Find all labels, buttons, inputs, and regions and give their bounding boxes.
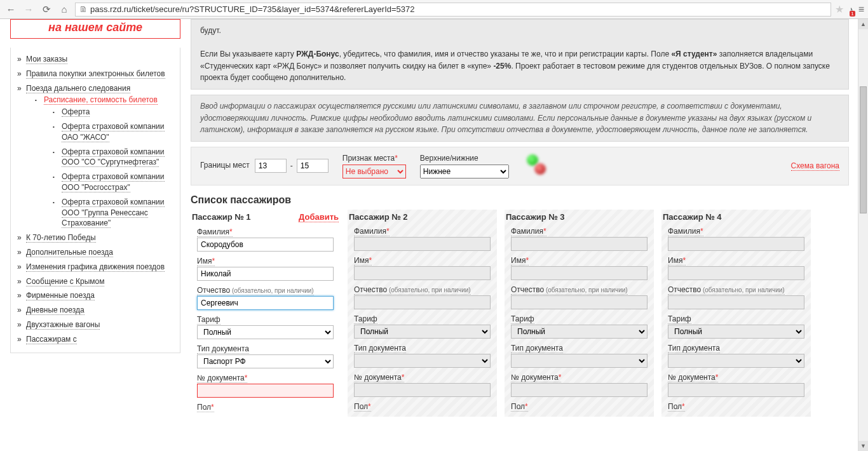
sidebar-link[interactable]: Оферта страховой компании ООО "СО "Сургу… [62, 147, 165, 168]
sidebar-link[interactable]: Оферта страховой компании ООО "Росгосстр… [62, 172, 165, 192]
field-label: № документа* [511, 373, 561, 382]
doctype-input[interactable] [668, 354, 804, 368]
passenger-title: Пассажир № 1 [192, 212, 251, 222]
field-label: Тариф [511, 314, 534, 324]
field-label: Пол* [511, 402, 528, 412]
sidebar-link[interactable]: К 70-летию Победы [26, 233, 96, 243]
patronymic-input[interactable] [668, 295, 804, 309]
url-bar[interactable]: 🗎 pass.rzd.ru/ticket/secure/ru?STRUCTURE… [75, 3, 831, 17]
promo-banner: на нашем сайте [10, 19, 180, 39]
seat-to-input[interactable] [297, 159, 329, 173]
field-label: Отчество (обязательно, при наличии) [197, 286, 314, 295]
field-label: Отчество (обязательно, при наличии) [511, 285, 628, 295]
field-label: Тариф [197, 315, 220, 325]
tariff-input[interactable]: Полный [197, 325, 334, 339]
surname-input[interactable] [354, 237, 491, 251]
sidebar-link[interactable]: Оферта страховой компании ОАО "ЖАСО" [62, 122, 165, 142]
passenger-column: Пассажир № 3Фамилия*Имя*Отчество (обязат… [505, 210, 654, 417]
field-label: № документа* [354, 373, 404, 382]
sidebar-link[interactable]: Оферта страховой компании ООО "Группа Ре… [62, 198, 165, 229]
field-label: Отчество (обязательно, при наличии) [354, 285, 471, 295]
menu-icon[interactable]: ≡ [858, 4, 864, 15]
surname-input[interactable] [668, 237, 804, 251]
doctype-input[interactable] [511, 354, 648, 368]
field-label: Тариф [354, 314, 377, 324]
passenger-column: Пассажир № 1ДобавитьФамилия*Имя*Отчество… [191, 210, 340, 417]
field-label: № документа* [197, 374, 247, 383]
scroll-up-arrow[interactable]: ▲ [858, 19, 868, 29]
info-box-2: Ввод информации о пассажирах осуществляе… [191, 95, 849, 142]
page-icon: 🗎 [79, 4, 88, 14]
field-label: Фамилия* [354, 227, 390, 236]
seat-sign-select[interactable]: Не выбрано [342, 165, 406, 178]
tariff-input[interactable]: Полный [668, 325, 804, 339]
field-label: Пол* [197, 403, 214, 412]
forward-button[interactable]: → [22, 3, 36, 17]
tariff-input[interactable]: Полный [354, 325, 491, 339]
name-input[interactable] [668, 266, 804, 280]
browser-toolbar: ← → ⟳ ⌂ 🗎 pass.rzd.ru/ticket/secure/ru?S… [0, 0, 868, 19]
sidebar: на нашем сайте Мои заказыПравила покупки… [0, 19, 191, 451]
field-label: Тип документа [197, 344, 249, 354]
field-label: Фамилия* [511, 227, 546, 236]
vertical-scrollbar[interactable]: ▲ ▼ [858, 19, 868, 451]
surname-input[interactable] [197, 238, 334, 252]
main-content: будут. Если Вы указываете карту РЖД-Бону… [191, 19, 868, 451]
docnum-input[interactable] [354, 383, 491, 397]
seat-range-label: Границы мест [200, 161, 250, 170]
seat-level-label: Верхние/нижние [420, 154, 509, 163]
patronymic-input[interactable] [197, 296, 334, 310]
passenger-title: Пассажир № 3 [506, 212, 565, 222]
seat-from-input[interactable] [255, 159, 287, 173]
name-input[interactable] [197, 267, 334, 281]
sidebar-link[interactable]: Оферта [62, 107, 90, 117]
sidebar-link[interactable]: Сообщение с Крымом [26, 277, 104, 286]
bookmark-star-icon[interactable]: ★ [835, 3, 844, 15]
passenger-column: Пассажир № 2Фамилия*Имя*Отчество (обязат… [348, 210, 497, 417]
back-button[interactable]: ← [4, 3, 18, 17]
sidebar-link[interactable]: Двухэтажные вагоны [26, 320, 100, 330]
sidebar-link[interactable]: Поезда дальнего следования [26, 84, 130, 93]
scroll-thumb[interactable] [860, 86, 867, 213]
field-label: Фамилия* [668, 227, 703, 236]
field-label: Отчество (обязательно, при наличии) [668, 285, 785, 295]
status-dots [523, 154, 548, 177]
sidebar-menu: Мои заказыПравила покупки электронных би… [10, 48, 180, 353]
field-label: Имя* [197, 257, 215, 266]
doctype-input[interactable] [354, 354, 491, 368]
field-label: Тариф [668, 314, 691, 324]
field-label: Тип документа [511, 344, 563, 353]
music-icon[interactable]: ♪1 [849, 4, 853, 15]
docnum-input[interactable] [197, 384, 334, 398]
sidebar-link[interactable]: Правила покупки электронных билетов [26, 69, 165, 79]
name-input[interactable] [511, 266, 648, 280]
sidebar-link[interactable]: Изменения графика движения поездов [26, 262, 165, 272]
seat-level-select[interactable]: Нижнее [420, 165, 509, 178]
field-label: Имя* [668, 256, 686, 266]
home-button[interactable]: ⌂ [57, 3, 71, 17]
field-label: № документа* [668, 373, 718, 382]
field-label: Имя* [511, 256, 529, 266]
passenger-title: Пассажир № 2 [349, 212, 408, 222]
field-label: Имя* [354, 256, 372, 266]
surname-input[interactable] [511, 237, 648, 251]
doctype-input[interactable]: Паспорт РФ [197, 354, 334, 368]
sidebar-link[interactable]: Мои заказы [26, 55, 67, 64]
sidebar-link[interactable]: Фирменные поезда [26, 291, 95, 300]
add-passenger-link[interactable]: Добавить [299, 212, 339, 222]
field-label: Пол* [668, 402, 685, 412]
sidebar-link[interactable]: Дневные поезда [26, 306, 85, 315]
seat-sign-label: Признак места* [342, 154, 406, 163]
name-input[interactable] [354, 266, 491, 280]
sidebar-link[interactable]: Пассажирам с [26, 335, 77, 344]
docnum-input[interactable] [511, 383, 648, 397]
tariff-input[interactable]: Полный [511, 325, 648, 339]
reload-button[interactable]: ⟳ [39, 3, 53, 17]
docnum-input[interactable] [668, 383, 804, 397]
scroll-down-arrow[interactable]: ▼ [858, 441, 868, 451]
sidebar-link[interactable]: Дополнительные поезда [26, 248, 113, 257]
sidebar-link[interactable]: Расписание, стоимость билетов [44, 95, 158, 105]
patronymic-input[interactable] [511, 295, 648, 309]
wagon-scheme-link[interactable]: Схема вагона [791, 161, 839, 171]
patronymic-input[interactable] [354, 295, 491, 309]
